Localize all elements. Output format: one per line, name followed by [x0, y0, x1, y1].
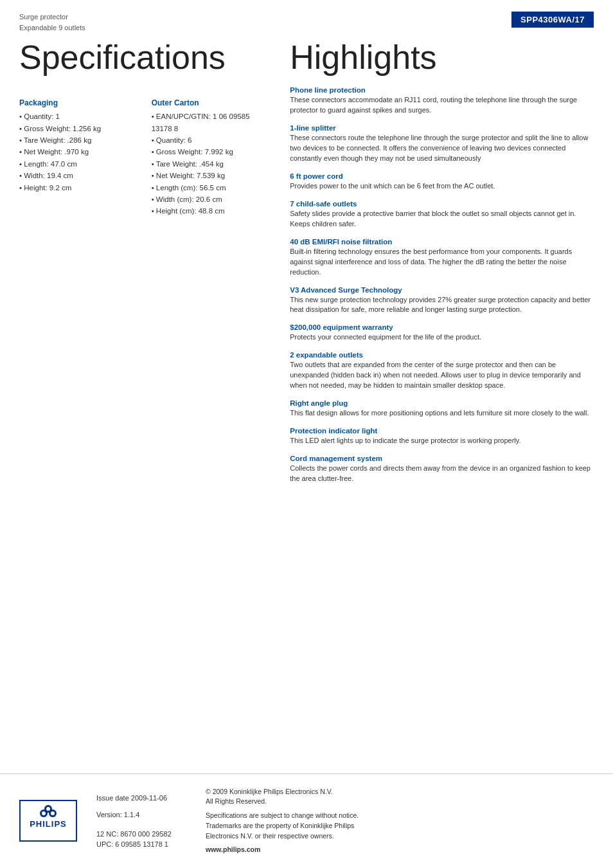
highlight-heading: Right angle plug	[290, 399, 594, 407]
issue-date: Issue date 2009-11-06	[96, 794, 186, 802]
list-item: Height: 9.2 cm	[19, 182, 139, 194]
packaging-list: Quantity: 1Gross Weight: 1.256 kgTare We…	[19, 111, 139, 194]
upc-value: 6 09585 13178 1	[115, 840, 168, 848]
svg-point-6	[42, 811, 46, 815]
svg-point-7	[51, 811, 55, 815]
outer-carton-list: EAN/UPC/GTIN: 1 06 09585 13178 8Quantity…	[152, 111, 271, 217]
highlights-column: Highlights Phone line protectionThese co…	[283, 39, 594, 493]
highlights-title: Highlights	[290, 39, 594, 76]
list-item: Tare Weight: .454 kg	[152, 158, 271, 170]
list-item: Tare Weight: .286 kg	[19, 134, 139, 146]
list-item: EAN/UPC/GTIN: 1 06 09585 13178 8	[152, 111, 271, 134]
packaging-section: Packaging Quantity: 1Gross Weight: 1.256…	[19, 89, 139, 217]
packaging-title: Packaging	[19, 98, 139, 107]
highlight-heading: Cord management system	[290, 455, 594, 462]
list-item: Length: 47.0 cm	[19, 158, 139, 170]
highlight-text: Provides power to the unit which can be …	[290, 181, 594, 192]
highlight-text: These connectors route the telephone lin…	[290, 133, 594, 164]
upc-label: UPC:	[96, 840, 113, 848]
svg-point-5	[46, 807, 50, 811]
highlight-heading: 6 ft power cord	[290, 172, 594, 180]
highlight-text: Built-in filtering technology ensures th…	[290, 247, 594, 278]
highlight-heading: V3 Advanced Surge Technology	[290, 286, 594, 294]
highlight-text: Protects your connected equipment for th…	[290, 332, 594, 343]
list-item: Quantity: 6	[152, 134, 271, 146]
highlight-item: $200,000 equipment warrantyProtects your…	[290, 323, 594, 343]
highlight-heading: Phone line protection	[290, 86, 594, 94]
legal-text: Specifications are subject to change wit…	[206, 811, 359, 841]
model-number: SPP4306WA/17	[511, 12, 594, 28]
list-item: Quantity: 1	[19, 111, 139, 122]
highlight-text: This LED alert lights up to indicate the…	[290, 436, 594, 446]
highlight-item: 2 expandable outletsTwo outlets that are…	[290, 351, 594, 391]
specifications-title: Specifications	[19, 39, 271, 76]
list-item: Width: 19.4 cm	[19, 170, 139, 181]
highlight-item: 40 dB EMI/RFI noise filtrationBuilt-in f…	[290, 238, 594, 278]
list-item: Net Weight: 7.539 kg	[152, 170, 271, 181]
highlight-heading: 1-line splitter	[290, 124, 594, 132]
list-item: Gross Weight: 1.256 kg	[19, 123, 139, 134]
website[interactable]: www.philips.com	[206, 845, 359, 855]
highlight-text: Collects the power cords and directs the…	[290, 464, 594, 484]
page-footer: PHILIPS Issue date 2009-11-06 Version: 1…	[0, 773, 613, 869]
highlight-item: 6 ft power cordProvides power to the uni…	[290, 172, 594, 192]
highlight-text: This new surge protection technology pro…	[290, 295, 594, 316]
highlight-text: Two outlets that are expanded from the c…	[290, 360, 594, 391]
highlight-text: These connectors accommodate an RJ11 cor…	[290, 95, 594, 116]
highlight-text: Safety slides provide a protective barri…	[290, 209, 594, 230]
outer-carton-section: Outer Carton EAN/UPC/GTIN: 1 06 09585 13…	[152, 89, 271, 217]
highlight-heading: $200,000 equipment warranty	[290, 323, 594, 331]
copyright-text: © 2009 Koninklijke Philips Electronics N…	[206, 787, 359, 808]
list-item: Height (cm): 48.8 cm	[152, 205, 271, 217]
highlight-heading: 40 dB EMI/RFI noise filtration	[290, 238, 594, 246]
issue-date-label: Issue date	[96, 794, 129, 802]
version-value: 1.1.4	[124, 811, 139, 818]
highlight-item: Right angle plugThis flat design allows …	[290, 399, 594, 419]
specs-columns: Packaging Quantity: 1Gross Weight: 1.256…	[19, 89, 271, 217]
highlight-heading: 2 expandable outlets	[290, 351, 594, 359]
nc-label: 12 NC:	[96, 830, 118, 838]
list-item: Gross Weight: 7.992 kg	[152, 146, 271, 158]
footer-legal: © 2009 Koninklijke Philips Electronics N…	[206, 787, 359, 856]
header-product-info: Surge protector Expandable 9 outlets	[19, 12, 85, 33]
highlight-item: Protection indicator lightThis LED alert…	[290, 427, 594, 446]
outer-carton-title: Outer Carton	[152, 98, 271, 107]
highlight-text: This flat design allows for more positio…	[290, 408, 594, 419]
philips-logo: PHILIPS	[19, 800, 77, 842]
highlight-item: 7 child-safe outletsSafety slides provid…	[290, 200, 594, 230]
nc-number: 12 NC: 8670 000 29582	[96, 830, 186, 838]
list-item: Width (cm): 20.6 cm	[152, 194, 271, 205]
highlight-item: Cord management systemCollects the power…	[290, 455, 594, 484]
version: Version: 1.1.4	[96, 811, 186, 818]
footer-meta: Issue date 2009-11-06 Version: 1.1.4 12 …	[96, 794, 186, 848]
list-item: Length (cm): 56.5 cm	[152, 182, 271, 194]
specifications-column: Specifications Packaging Quantity: 1Gros…	[19, 39, 283, 493]
upc-number: UPC: 6 09585 13178 1	[96, 840, 186, 848]
product-subtype: Expandable 9 outlets	[19, 23, 85, 33]
highlights-list: Phone line protectionThese connectors ac…	[290, 86, 594, 484]
product-type: Surge protector	[19, 12, 85, 23]
svg-text:PHILIPS: PHILIPS	[30, 819, 67, 829]
highlight-item: V3 Advanced Surge TechnologyThis new sur…	[290, 286, 594, 316]
issue-date-value: 2009-11-06	[131, 794, 167, 802]
main-content: Specifications Packaging Quantity: 1Gros…	[0, 33, 613, 493]
highlight-item: Phone line protectionThese connectors ac…	[290, 86, 594, 116]
page-header: Surge protector Expandable 9 outlets SPP…	[0, 0, 613, 33]
highlight-item: 1-line splitterThese connectors route th…	[290, 124, 594, 164]
highlight-heading: Protection indicator light	[290, 427, 594, 435]
list-item: Net Weight: .970 kg	[19, 146, 139, 158]
highlight-heading: 7 child-safe outlets	[290, 200, 594, 208]
version-label: Version:	[96, 811, 122, 818]
nc-value: 8670 000 29582	[120, 830, 172, 838]
